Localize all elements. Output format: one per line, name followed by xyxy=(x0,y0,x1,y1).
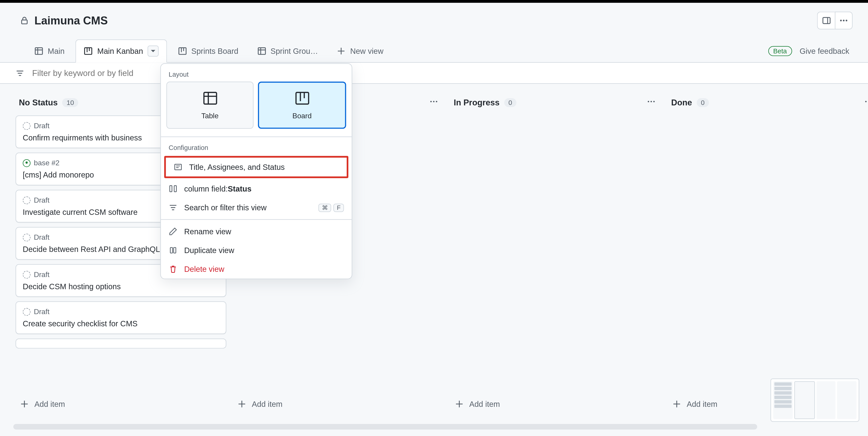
tab-label: Sprint Grou… xyxy=(271,46,318,55)
project-header: Laimuna CMS xyxy=(0,3,868,32)
card[interactable]: Draft Create security checklist for CMS xyxy=(16,301,226,334)
kebab-menu-button[interactable] xyxy=(835,12,852,30)
svg-point-30 xyxy=(651,101,652,102)
layout-option-label: Table xyxy=(202,112,219,120)
card-badge: Draft xyxy=(34,233,50,241)
panel-icon xyxy=(822,16,831,25)
project-title[interactable]: Laimuna CMS xyxy=(34,14,108,27)
add-item-button[interactable]: Add item xyxy=(451,393,661,415)
svg-rect-58 xyxy=(174,248,176,253)
svg-rect-57 xyxy=(170,248,173,253)
add-item-label: Add item xyxy=(252,400,283,408)
column-menu-button[interactable] xyxy=(427,95,440,110)
svg-rect-9 xyxy=(85,48,92,54)
svg-rect-12 xyxy=(179,48,186,54)
table-icon xyxy=(34,46,43,55)
tab-label: Main Kanban xyxy=(97,47,143,55)
column-menu-button[interactable] xyxy=(645,95,658,110)
filter-icon xyxy=(16,68,24,77)
beta-badge: Beta xyxy=(768,46,792,56)
draft-icon xyxy=(23,270,31,278)
tab-sprint-group[interactable]: Sprint Grou… xyxy=(250,41,326,61)
rename-view-label: Rename view xyxy=(184,227,231,236)
card-badge: Draft xyxy=(34,308,50,316)
draft-icon xyxy=(23,233,31,241)
add-item-button[interactable]: Add item xyxy=(233,393,444,415)
svg-rect-52 xyxy=(170,186,172,192)
svg-rect-1 xyxy=(823,18,830,24)
card-title: Create security checklist for CMS xyxy=(23,319,200,328)
panel-toggle-button[interactable] xyxy=(817,12,835,30)
minimap-thumbnail[interactable] xyxy=(771,379,860,422)
svg-rect-43 xyxy=(204,92,216,104)
draft-icon xyxy=(23,196,31,204)
svg-rect-46 xyxy=(296,92,308,104)
duplicate-view-label: Duplicate view xyxy=(184,246,235,255)
search-filter-item[interactable]: Search or filter this view ⌘ F xyxy=(161,198,352,217)
divider xyxy=(161,219,352,220)
issue-open-icon xyxy=(23,159,31,167)
column-done: Done 0 xyxy=(668,92,868,116)
draft-icon xyxy=(23,122,31,129)
layout-option-board[interactable]: Board xyxy=(258,82,346,129)
filter-bar xyxy=(0,63,868,84)
lock-icon xyxy=(20,16,29,25)
delete-view-item[interactable]: Delete view xyxy=(161,260,352,279)
svg-point-29 xyxy=(648,101,649,102)
svg-point-4 xyxy=(843,20,844,21)
add-item-button[interactable]: Add item xyxy=(16,393,226,415)
svg-point-3 xyxy=(840,20,842,21)
highlighted-annotation: Title, Assignees, and Status xyxy=(164,156,348,178)
duplicate-icon xyxy=(168,246,178,255)
card-partial[interactable] xyxy=(16,339,226,348)
add-item-label: Add item xyxy=(687,400,717,408)
keyboard-shortcut: ⌘ F xyxy=(318,203,344,212)
fields-config-label: Title, Assignees, and Status xyxy=(189,163,285,171)
kebab-icon xyxy=(864,97,868,106)
pencil-icon xyxy=(168,227,178,236)
layout-option-label: Board xyxy=(292,112,312,120)
tab-sprints-board[interactable]: Sprints Board xyxy=(170,41,246,61)
kanban-board: No Status 10 Draft Confirm requirments w… xyxy=(0,84,868,361)
column-in-progress: In Progress 0 xyxy=(451,92,661,116)
column-title: No Status xyxy=(19,98,58,107)
column-title: Done xyxy=(671,98,692,107)
board-footer: Add item Add item Add item Add item xyxy=(0,393,868,415)
plus-icon xyxy=(672,400,681,408)
kebab-icon xyxy=(429,97,438,106)
svg-point-5 xyxy=(846,20,847,21)
draft-icon xyxy=(23,308,31,316)
new-view-button[interactable]: New view xyxy=(329,41,391,61)
filter-input[interactable] xyxy=(32,68,852,78)
column-field-item[interactable]: column field:Status xyxy=(161,179,352,198)
tab-label: Sprints Board xyxy=(191,46,238,55)
layout-option-table[interactable]: Table xyxy=(166,82,253,129)
layout-section-label: Layout xyxy=(161,64,352,82)
give-feedback-link[interactable]: Give feedback xyxy=(800,46,849,55)
view-tabs: Main Main Kanban Sprints Board Sprint Gr… xyxy=(0,32,868,63)
svg-point-32 xyxy=(865,101,867,102)
svg-point-27 xyxy=(433,101,434,102)
horizontal-scrollbar[interactable] xyxy=(13,424,757,430)
board-icon xyxy=(178,46,187,55)
add-item-label: Add item xyxy=(469,400,500,408)
column-field-label: column field:Status xyxy=(184,184,252,193)
duplicate-view-item[interactable]: Duplicate view xyxy=(161,241,352,260)
table-icon xyxy=(257,46,266,55)
tab-main-kanban[interactable]: Main Kanban xyxy=(76,39,167,63)
svg-point-31 xyxy=(653,101,655,102)
column-title: In Progress xyxy=(454,98,500,107)
tab-main[interactable]: Main xyxy=(27,41,72,61)
filter-icon xyxy=(168,203,178,212)
svg-point-28 xyxy=(436,101,437,102)
svg-rect-6 xyxy=(35,48,42,54)
configuration-section-label: Configuration xyxy=(161,137,352,155)
card-badge: Draft xyxy=(34,270,50,279)
svg-point-26 xyxy=(430,101,432,102)
fields-config-item[interactable]: Title, Assignees, and Status xyxy=(166,157,347,176)
tab-options-caret[interactable] xyxy=(147,46,158,57)
plus-icon xyxy=(20,400,29,408)
column-menu-button[interactable] xyxy=(862,95,868,110)
note-icon xyxy=(174,163,182,171)
rename-view-item[interactable]: Rename view xyxy=(161,222,352,241)
